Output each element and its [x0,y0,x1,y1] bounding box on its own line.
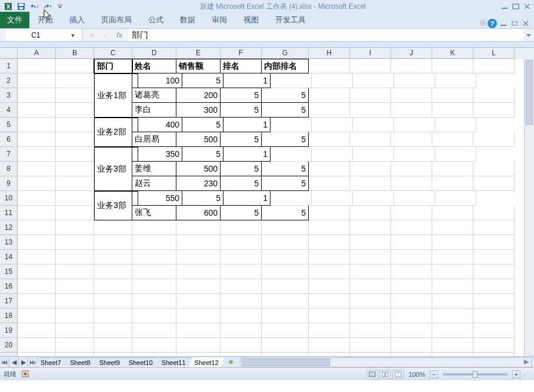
cell-I14[interactable] [350,250,391,264]
row-header-21[interactable]: 21 [0,353,18,356]
cell-I13[interactable] [350,235,391,250]
cell-K4[interactable] [432,103,473,118]
cell-K15[interactable] [432,264,473,279]
horizontal-scrollbar[interactable]: ◀ ▶ [240,357,532,367]
cell-G14[interactable] [262,250,309,264]
cell-L2[interactable] [435,73,476,88]
cell-J19[interactable] [391,323,432,338]
cell-L21[interactable] [473,353,515,356]
cell-E7[interactable]: 350 [138,147,182,162]
help-icon[interactable]: ? [488,19,497,28]
cell-I3[interactable] [350,88,391,103]
cell-F14[interactable] [221,250,262,264]
cell-G5[interactable]: 1 [223,118,271,132]
maximize-icon[interactable] [511,2,520,11]
cell-B4[interactable] [56,103,94,118]
worksheet-grid[interactable]: ABCDEFGHIJKL 1部门姓名销售额排名内部排名2业务1部司马懿10051… [0,48,534,356]
col-header-A[interactable]: A [18,48,56,59]
cell-G4[interactable]: 5 [262,103,309,118]
row-header-20[interactable]: 20 [0,338,18,353]
cell-L10[interactable] [435,191,476,206]
cell-F17[interactable] [221,294,262,309]
cell-H1[interactable] [309,59,350,73]
cell-I18[interactable] [350,309,391,323]
cell-G7[interactable]: 1 [223,147,271,162]
sheet-nav-prev-icon[interactable]: ◀ [9,357,19,367]
cell-H16[interactable] [309,279,350,294]
resize-grip-icon[interactable]: ⋰ [524,370,530,378]
cell-E17[interactable] [176,294,221,309]
zoom-out-icon[interactable]: − [430,370,438,378]
cell-I11[interactable] [350,206,391,220]
row-header-12[interactable]: 12 [0,220,18,235]
cell-F19[interactable] [221,323,262,338]
cell-I15[interactable] [350,264,391,279]
cell-D13[interactable] [132,235,176,250]
cell-A17[interactable] [18,294,56,309]
row-header-5[interactable]: 5 [0,118,18,132]
cell-C18[interactable] [94,309,132,323]
cell-E12[interactable] [176,220,221,235]
cell-K17[interactable] [432,294,473,309]
col-header-F[interactable]: F [221,48,262,59]
col-header-C[interactable]: C [94,48,132,59]
cell-C1[interactable]: 部门 [94,59,132,73]
cell-A13[interactable] [18,235,56,250]
col-header-B[interactable]: B [56,48,94,59]
cell-E9[interactable]: 230 [176,176,221,191]
cell-B8[interactable] [56,162,94,176]
cell-A3[interactable] [18,88,56,103]
cell-H10[interactable] [271,191,312,206]
cell-J14[interactable] [391,250,432,264]
cell-B11[interactable] [56,206,94,220]
cell-B21[interactable] [56,353,94,356]
cell-F9[interactable]: 5 [221,176,262,191]
undo-icon[interactable] [28,1,40,12]
zoom-in-icon[interactable]: + [512,370,520,378]
cell-C10[interactable]: 业务3部 [94,191,132,220]
cell-I1[interactable] [350,59,391,73]
col-header-G[interactable]: G [262,48,309,59]
cell-K2[interactable] [394,73,435,88]
cell-A1[interactable] [18,59,56,73]
cell-E1[interactable]: 销售额 [176,59,221,73]
ribbon-minimize-icon[interactable] [499,19,508,28]
cell-C13[interactable] [94,235,132,250]
cell-F21[interactable] [221,353,262,356]
row-header-13[interactable]: 13 [0,235,18,250]
cell-I19[interactable] [350,323,391,338]
col-header-K[interactable]: K [432,48,473,59]
ribbon-options-icon[interactable]: ⓥ [480,19,486,28]
cell-H20[interactable] [309,338,350,353]
tab-审阅[interactable]: 审阅 [203,12,235,28]
row-header-15[interactable]: 15 [0,264,18,279]
cell-H5[interactable] [271,118,312,132]
cell-H9[interactable] [309,176,350,191]
cell-J20[interactable] [391,338,432,353]
cell-L20[interactable] [473,338,515,353]
cell-L16[interactable] [473,279,515,294]
cell-A5[interactable] [18,118,56,132]
cell-C2[interactable]: 业务1部 [94,73,132,118]
cell-D12[interactable] [132,220,176,235]
cell-J4[interactable] [391,103,432,118]
sheet-tab-Sheet11[interactable]: Sheet11 [156,357,192,367]
new-sheet-icon[interactable]: ✱ [225,359,238,366]
cell-B1[interactable] [56,59,94,73]
cell-F1[interactable]: 排名 [221,59,262,73]
cell-K7[interactable] [394,147,435,162]
cell-F10[interactable]: 5 [182,191,223,206]
cell-A11[interactable] [18,206,56,220]
fx-icon[interactable]: fx [114,31,125,39]
cell-B12[interactable] [56,220,94,235]
cell-F11[interactable]: 5 [221,206,262,220]
hscroll-right-icon[interactable]: ▶ [524,358,529,366]
cell-H15[interactable] [309,264,350,279]
cell-C12[interactable] [94,220,132,235]
cell-E18[interactable] [176,309,221,323]
tab-页面布局[interactable]: 页面布局 [93,12,140,28]
cell-F7[interactable]: 5 [182,147,223,162]
view-normal-icon[interactable] [366,370,378,379]
formula-input[interactable] [128,29,523,41]
cell-E5[interactable]: 400 [138,118,182,132]
